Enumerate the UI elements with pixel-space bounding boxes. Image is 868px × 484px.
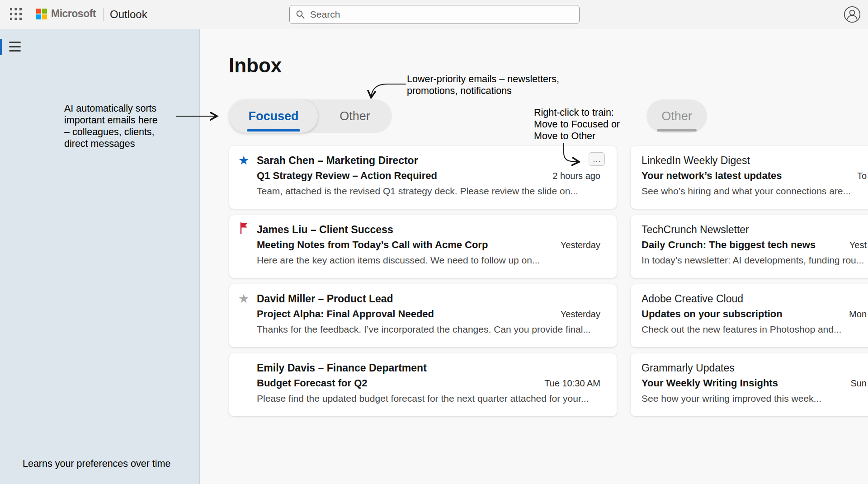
email-timestamp: Yesterday (553, 238, 600, 252)
annotation-right-click-train: Right-click to train: Move to Focused or… (534, 107, 620, 142)
selection-accent-bar (0, 39, 2, 55)
annotation-other-tab: Lower-priority emails – newsletters, pro… (407, 73, 559, 97)
inbox-tabs: Focused Other (229, 99, 392, 133)
email-subject: Daily Crunch: The biggest tech news (642, 238, 816, 252)
flag-icon[interactable] (238, 222, 257, 271)
search-icon (296, 9, 305, 19)
app-launcher-button[interactable] (7, 6, 24, 23)
other-tab-indicator (657, 129, 697, 132)
email-timestamp: Mon (842, 307, 867, 321)
microsoft-logo-icon (36, 9, 47, 19)
email-content: Adobe Creative Cloud Updates on your sub… (642, 291, 867, 340)
menu-toggle-button[interactable] (9, 41, 23, 52)
email-list-item[interactable]: TechCrunch Newsletter Daily Crunch: The … (631, 215, 868, 278)
annotation-focused-tab: AI automatically sorts important emails … (64, 103, 158, 150)
icon-placeholder (238, 360, 257, 409)
email-list-item[interactable]: LinkedIn Weekly Digest Your network’s la… (631, 146, 868, 209)
more-options-button[interactable]: … (589, 152, 605, 166)
email-preview: See who’s hiring and what your connectio… (642, 184, 867, 198)
email-sender: Adobe Creative Cloud (642, 291, 867, 306)
annotation-learns-preferences: Learns your preferences over time (23, 458, 170, 470)
tab-focused[interactable]: Focused (229, 99, 318, 133)
email-subject: Updates on your subscription (642, 307, 783, 321)
email-timestamp: 2 hours ago (545, 169, 600, 183)
email-timestamp: To (850, 169, 867, 183)
search-input[interactable] (310, 9, 573, 20)
email-list-item[interactable]: Emily Davis – Finance Department Budget … (229, 353, 617, 416)
email-preview: Team, attached is the revised Q1 strateg… (257, 184, 600, 198)
email-preview: Please find the updated budget forecast … (257, 392, 600, 405)
search-box[interactable] (289, 5, 580, 24)
email-preview: See how your writing improved this week.… (642, 392, 867, 405)
email-subject: Your network’s latest updates (642, 169, 782, 183)
page-title: Inbox (229, 54, 282, 77)
email-sender: Emily Davis – Finance Department (257, 360, 600, 376)
email-list-item[interactable]: Adobe Creative Cloud Updates on your sub… (631, 284, 868, 347)
email-list-item[interactable]: ★ David Miller – Product Lead Project Al… (229, 284, 617, 347)
email-preview: Check out the new features in Photoshop … (642, 323, 867, 336)
focused-tab-indicator (247, 129, 300, 132)
app-name: Outlook (110, 8, 147, 21)
email-content: LinkedIn Weekly Digest Your network’s la… (642, 153, 867, 202)
topbar: Microsoft Outlook (0, 0, 868, 29)
star-icon[interactable]: ★ (238, 153, 257, 202)
email-subject: Q1 Strategy Review – Action Required (257, 169, 437, 183)
email-content: Grammarly Updates Your Weekly Writing In… (642, 360, 867, 409)
other-column-header[interactable]: Other (646, 99, 707, 133)
email-sender: Sarah Chen – Marketing Director (257, 153, 600, 168)
email-sender: LinkedIn Weekly Digest (642, 153, 867, 168)
email-timestamp: Tue 10:30 AM (537, 376, 600, 390)
email-content: Emily Davis – Finance Department Budget … (257, 360, 600, 409)
email-content: David Miller – Product Lead Project Alph… (257, 291, 600, 340)
person-icon (844, 6, 861, 23)
email-subject: Meeting Notes from Today’s Call with Acm… (257, 238, 488, 252)
email-sender: TechCrunch Newsletter (642, 222, 867, 237)
sidebar (0, 29, 200, 484)
email-subject: Budget Forecast for Q2 (257, 376, 367, 390)
star-icon[interactable]: ★ (238, 291, 257, 340)
email-preview: Thanks for the feedback. I’ve incorporat… (257, 323, 600, 336)
email-preview: In today’s newsletter: AI developments, … (642, 254, 867, 267)
email-timestamp: Yesterday (553, 307, 600, 321)
email-sender: David Miller – Product Lead (257, 291, 600, 306)
email-timestamp: Yest (842, 238, 867, 252)
email-subject: Project Alpha: Final Approval Needed (257, 307, 434, 321)
account-button[interactable] (844, 6, 861, 23)
email-content: James Liu – Client Success Meeting Notes… (257, 222, 600, 271)
email-content: Sarah Chen – Marketing Director Q1 Strat… (257, 153, 600, 202)
main-content: Inbox Focused Other Other ★ Sarah Chen –… (200, 29, 868, 484)
email-subject: Your Weekly Writing Insights (642, 376, 778, 390)
hamburger-icon (9, 42, 21, 43)
email-sender: James Liu – Client Success (257, 222, 600, 237)
microsoft-wordmark: Microsoft (51, 8, 96, 20)
grid-icon (9, 8, 22, 20)
email-sender: Grammarly Updates (642, 360, 867, 376)
email-list-item[interactable]: Grammarly Updates Your Weekly Writing In… (631, 353, 868, 416)
email-preview: Here are the key action items discussed.… (257, 254, 600, 267)
email-list-item[interactable]: James Liu – Client Success Meeting Notes… (229, 215, 617, 278)
tab-other[interactable]: Other (318, 99, 392, 133)
microsoft-brand: Microsoft (36, 8, 96, 20)
email-timestamp: Sun (843, 376, 867, 390)
email-content: TechCrunch Newsletter Daily Crunch: The … (642, 222, 867, 271)
brand-divider (103, 8, 104, 21)
email-list-item[interactable]: ★ Sarah Chen – Marketing Director Q1 Str… (229, 146, 617, 209)
